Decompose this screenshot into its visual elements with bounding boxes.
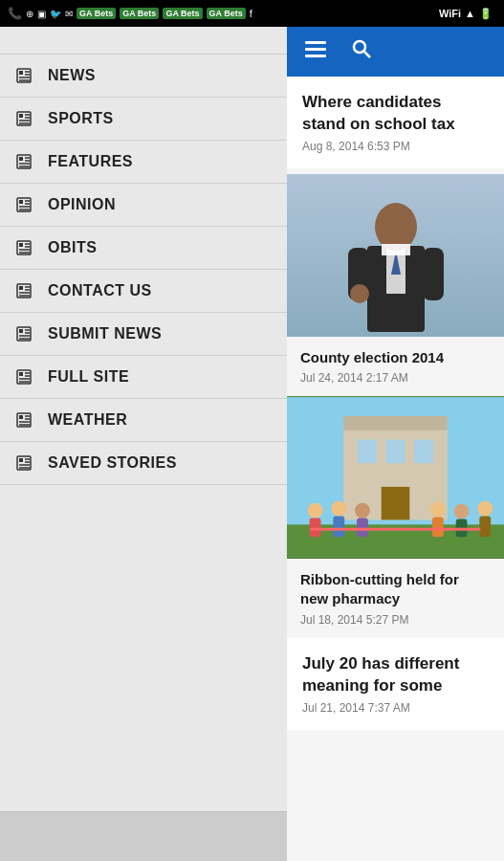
qa-badge-1: GA Bets [77, 8, 116, 19]
svg-point-63 [354, 41, 365, 53]
sidebar-item-news[interactable]: NEWS [0, 55, 287, 98]
svg-point-90 [454, 504, 470, 519]
sidebar-header [0, 27, 287, 55]
sidebar-item-weather[interactable]: WEATHER [0, 399, 287, 442]
card-date-card4: Jul 21, 2014 7:37 AM [302, 701, 489, 715]
card-title-card2: County election 2014 [300, 348, 491, 367]
svg-rect-78 [386, 440, 405, 464]
sidebar-item-label-obits: OBITS [48, 239, 97, 256]
status-bar: 📞 ⊕ ▣ 🐦 ✉ GA Bets GA Bets GA Bets GA Bet… [0, 0, 504, 27]
location-icon: ⊕ [26, 9, 33, 19]
phone-icon: 📞 [8, 7, 22, 20]
facebook-icon: f [250, 8, 252, 19]
svg-rect-83 [310, 519, 321, 538]
svg-rect-31 [19, 286, 23, 290]
card-image-card2 [287, 174, 504, 337]
battery-icon: 🔋 [479, 8, 493, 20]
sidebar-item-label-submit-news: SUBMIT NEWS [48, 325, 162, 342]
sidebar-item-contact-us[interactable]: CONTACT US [0, 270, 287, 313]
card-title-card3: Ribbon-cutting held for new pharmacy [300, 570, 491, 609]
news-card-card1[interactable]: Where candidates stand on school tax Aug… [287, 77, 504, 168]
svg-rect-55 [19, 458, 23, 462]
svg-rect-93 [479, 517, 491, 538]
sidebar-item-opinion[interactable]: OPINION [0, 184, 287, 227]
sports-icon [15, 111, 36, 126]
twitter-icon: 🐦 [50, 9, 61, 19]
sidebar-item-label-full-site: FULL SITE [48, 368, 129, 386]
sidebar-item-label-news: NEWS [48, 67, 96, 84]
wifi-icon: WiFi [439, 8, 461, 19]
news-icon [15, 68, 36, 83]
sidebar-item-label-sports: SPORTS [48, 110, 114, 127]
sidebar-item-obits[interactable]: OBITS [0, 227, 287, 270]
news-card-card4[interactable]: July 20 has different meaning for some J… [287, 638, 504, 730]
svg-rect-62 [305, 55, 326, 57]
svg-rect-1 [19, 71, 23, 75]
svg-rect-37 [19, 329, 23, 333]
sidebar-item-sports[interactable]: SPORTS [0, 98, 287, 141]
svg-rect-13 [19, 157, 23, 161]
news-card-card3[interactable]: Ribbon-cutting held for new pharmacy Jul… [287, 396, 504, 638]
sidebar: NEWS SPORTS FEATURES OPINION OBITS CONTA [0, 27, 287, 861]
gmail-icon: ✉ [65, 9, 73, 19]
sidebar-item-full-site[interactable]: FULL SITE [0, 356, 287, 399]
svg-point-68 [375, 203, 417, 251]
svg-rect-70 [396, 244, 410, 255]
svg-rect-49 [19, 415, 23, 419]
card-title-card1: Where candidates stand on school tax [302, 92, 489, 136]
svg-rect-61 [305, 48, 326, 51]
saved-stories-icon [15, 455, 36, 471]
sidebar-item-label-opinion: OPINION [48, 196, 116, 213]
sidebar-item-submit-news[interactable]: SUBMIT NEWS [0, 313, 287, 356]
svg-rect-85 [333, 517, 344, 538]
top-bar [287, 27, 504, 77]
menu-button[interactable] [295, 31, 337, 73]
weather-icon [15, 412, 36, 428]
svg-rect-89 [432, 518, 444, 538]
card-title-card4: July 20 has different meaning for some [302, 653, 489, 697]
card-image-card3 [287, 396, 504, 559]
full-site-icon [15, 369, 36, 385]
qa-badge-3: GA Bets [163, 8, 202, 19]
svg-line-64 [364, 52, 370, 57]
sidebar-item-features[interactable]: FEATURES [0, 141, 287, 184]
sidebar-item-label-features: FEATURES [48, 153, 133, 170]
news-list: Where candidates stand on school tax Aug… [287, 77, 504, 861]
svg-point-84 [331, 501, 346, 517]
sidebar-item-label-weather: WEATHER [48, 411, 127, 429]
svg-point-82 [308, 503, 323, 519]
status-icons-left: 📞 ⊕ ▣ 🐦 ✉ GA Bets GA Bets GA Bets GA Bet… [8, 7, 252, 20]
sim-icon: ▣ [37, 9, 46, 19]
svg-rect-69 [382, 244, 396, 255]
svg-point-86 [355, 503, 370, 519]
obits-icon [15, 240, 36, 255]
svg-point-88 [430, 502, 446, 518]
sidebar-item-label-contact-us: CONTACT US [48, 282, 152, 299]
search-button[interactable] [340, 31, 383, 73]
main-layout: NEWS SPORTS FEATURES OPINION OBITS CONTA [0, 27, 504, 861]
sidebar-item-saved-stories[interactable]: SAVED STORIES [0, 442, 287, 485]
card-date-card1: Aug 8, 2014 6:53 PM [302, 140, 489, 153]
svg-rect-87 [357, 519, 368, 538]
svg-rect-76 [343, 416, 448, 430]
sidebar-bottom-bar [0, 811, 287, 861]
features-icon [15, 154, 36, 169]
svg-rect-25 [19, 243, 23, 247]
qa-badge-4: GA Bets [207, 8, 246, 19]
svg-rect-79 [414, 440, 433, 464]
sidebar-item-label-saved-stories: SAVED STORIES [48, 454, 177, 472]
card-date-card2: Jul 24, 2014 2:17 AM [300, 371, 491, 385]
svg-rect-72 [423, 248, 444, 300]
hamburger-icon [305, 39, 326, 64]
svg-rect-80 [382, 487, 410, 520]
status-icons-right: WiFi ▲ 🔋 [439, 8, 496, 20]
submit-news-icon [15, 326, 36, 342]
svg-rect-77 [358, 440, 377, 464]
sidebar-menu: NEWS SPORTS FEATURES OPINION OBITS CONTA [0, 55, 287, 811]
svg-point-73 [350, 284, 369, 303]
news-card-card2[interactable]: County election 2014 Jul 24, 2014 2:17 A… [287, 174, 504, 396]
content-area: Where candidates stand on school tax Aug… [287, 27, 504, 861]
svg-rect-60 [305, 41, 326, 44]
contact-us-icon [15, 283, 36, 298]
svg-point-92 [477, 501, 493, 517]
